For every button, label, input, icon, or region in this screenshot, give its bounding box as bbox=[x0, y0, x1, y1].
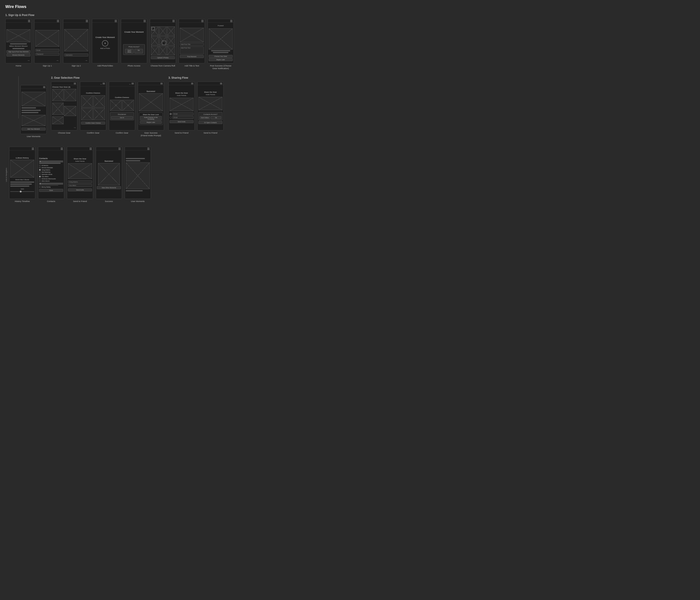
photoaccess-ok-btn[interactable]: Ok bbox=[134, 49, 143, 53]
postsuccess-body: Posted! ‹ › Choose Your Gear Maybe Later bbox=[208, 23, 233, 63]
home-browse-btn[interactable]: Browse Moments bbox=[6, 54, 30, 56]
confirmgear1-confirm-btn[interactable]: Confirm Gear Choices bbox=[81, 122, 105, 124]
hamburger-icon12[interactable] bbox=[131, 83, 134, 86]
confirmgear2-item1[interactable] bbox=[110, 100, 122, 111]
contact-radio5[interactable] bbox=[39, 174, 41, 175]
cameraroll-cell1[interactable] bbox=[151, 26, 159, 36]
postsuccess-maybe-later-btn[interactable]: Maybe Later bbox=[209, 58, 233, 61]
sendtofriend3-frame: Share the Gear Invite Friends Greg Adams… bbox=[67, 147, 93, 199]
gearsuccess-invite-btn[interactable]: Invite Friends to the Giveaway bbox=[140, 116, 162, 121]
confirmgear1-item3[interactable] bbox=[81, 108, 93, 120]
signup1-email-input[interactable]: Email bbox=[35, 49, 59, 52]
cameraroll-cell6[interactable] bbox=[167, 36, 175, 46]
signup2-username-input[interactable]: Username bbox=[64, 54, 88, 56]
contact-al-aarons[interactable]: Al Aarons bbox=[39, 165, 63, 167]
confirmgear2-item2[interactable] bbox=[122, 100, 134, 111]
postsuccess-choose-gear-btn[interactable]: Choose Your Gear bbox=[209, 55, 233, 58]
titletext-text-input[interactable]: Add Post Text bbox=[180, 46, 204, 54]
hamburger-icon15[interactable] bbox=[220, 83, 222, 85]
history-slider[interactable] bbox=[10, 191, 34, 193]
confirmgear1-item2[interactable] bbox=[93, 95, 105, 107]
cameraroll-cell5[interactable] bbox=[159, 36, 167, 46]
sendtofriend2-dont-allow-btn[interactable]: Don't Allow bbox=[200, 116, 210, 119]
hamburger-icon[interactable] bbox=[28, 20, 30, 22]
gearsuccess-maybe-btn[interactable]: Maybe Later bbox=[140, 121, 162, 124]
sendtofriend3-input1[interactable]: Greg Adams bbox=[68, 180, 92, 183]
hamburger-icon10[interactable] bbox=[74, 83, 76, 85]
contact-nat[interactable]: Nat Adderley bbox=[39, 171, 63, 173]
select-box5 bbox=[162, 41, 166, 45]
contact-radio7[interactable] bbox=[39, 178, 41, 179]
cameraroll-cell7[interactable] bbox=[151, 46, 159, 55]
choosegear-item3[interactable] bbox=[52, 103, 64, 115]
cameraroll-cell4[interactable] bbox=[151, 36, 159, 46]
contact-greg[interactable]: Greg Adams bbox=[39, 169, 63, 171]
hamburger-icon18[interactable] bbox=[90, 148, 92, 150]
hamburger-icon14[interactable] bbox=[191, 83, 193, 85]
home-signup-btn[interactable]: Sign Up & Post Your Moment bbox=[6, 50, 30, 53]
cameraroll-upload-btn[interactable]: Upload 3 Photos bbox=[151, 56, 175, 59]
titletext-title-input[interactable]: Add Post Title bbox=[180, 43, 204, 46]
sendtofriend1-email-input1[interactable]: Email bbox=[172, 112, 194, 115]
contacts-done-btn[interactable]: Done bbox=[39, 189, 63, 192]
hamburger-icon16[interactable] bbox=[32, 148, 34, 150]
cameraroll-cell3[interactable] bbox=[167, 26, 175, 36]
hamburger-icon13[interactable] bbox=[160, 83, 162, 85]
addphoto-topbar bbox=[92, 19, 118, 23]
signup1-password-input[interactable]: Password bbox=[35, 53, 59, 55]
confirmgear1-item4[interactable] bbox=[93, 108, 105, 120]
contact-radio1[interactable] bbox=[39, 165, 41, 166]
contact-radio4[interactable] bbox=[39, 171, 41, 173]
choosegear-item2[interactable] bbox=[64, 89, 76, 101]
success-view-btn[interactable]: View Other Moments bbox=[97, 186, 121, 189]
contact-radio2[interactable] bbox=[39, 167, 41, 169]
contact-ambrose[interactable]: Ambrose Akinmusire bbox=[39, 178, 63, 180]
titletext-post-btn[interactable]: Post Moment bbox=[180, 55, 204, 58]
hamburger-icon20[interactable] bbox=[147, 148, 150, 150]
hamburger-icon11[interactable] bbox=[103, 83, 105, 86]
contact-radio3[interactable] bbox=[39, 169, 41, 171]
hamburger-icon5[interactable] bbox=[144, 20, 146, 22]
sendtofriend3-send-btn[interactable]: Send Invite bbox=[68, 189, 92, 191]
photoaccess-dont-allow-btn[interactable]: Don't Allow bbox=[125, 49, 133, 53]
hamburger-icon9[interactable] bbox=[43, 86, 45, 88]
cameraroll-cell9[interactable] bbox=[167, 46, 175, 55]
hamburger-icon17[interactable] bbox=[61, 148, 63, 150]
contact-gus[interactable]: Gus Aiken bbox=[39, 176, 63, 178]
usermoments-add-btn[interactable]: Add Your Moment bbox=[22, 128, 46, 130]
confirmgear2-gotit-btn[interactable]: Got it! bbox=[111, 116, 133, 119]
hamburger-icon7[interactable] bbox=[201, 20, 204, 22]
contact-ahmed[interactable]: Ahmed Abdullah bbox=[39, 167, 63, 169]
confirmgear2-title: Confirm Choices bbox=[110, 96, 134, 98]
sendtofriend1-email-input2[interactable]: Email bbox=[172, 116, 194, 119]
contact-alvin[interactable]: Alvin Alcorn bbox=[39, 180, 63, 182]
confirmgear1-back-arrow[interactable]: ← bbox=[100, 83, 103, 86]
contacts-frame: Contacts A Al Aarons Ahmed Abdullah Greg… bbox=[38, 147, 64, 199]
contact-radio6[interactable] bbox=[39, 176, 41, 177]
hamburger-icon8[interactable] bbox=[230, 20, 232, 22]
cameraroll-cell8[interactable] bbox=[159, 46, 167, 55]
addphoto-plus-btn[interactable]: + bbox=[102, 40, 108, 46]
contact-radio9[interactable] bbox=[39, 186, 41, 188]
hamburger-icon3[interactable] bbox=[86, 20, 88, 22]
confirmgear1-item1[interactable] bbox=[81, 95, 93, 107]
hamburger-icon4[interactable] bbox=[115, 20, 117, 22]
usermoments-hero bbox=[22, 92, 46, 106]
choosegear-item5[interactable] bbox=[52, 117, 64, 124]
sendtofriend2-open-contacts-btn[interactable]: Or Open Contacts bbox=[198, 121, 222, 124]
sendtofriend3-input2[interactable]: Gus Aiken bbox=[68, 184, 92, 187]
hamburger-icon19[interactable] bbox=[119, 148, 121, 150]
choosegear-item4[interactable] bbox=[64, 106, 76, 116]
hamburger-icon2[interactable] bbox=[57, 20, 59, 22]
hamburger-icon6[interactable] bbox=[172, 20, 175, 22]
history-slider-thumb[interactable] bbox=[20, 191, 22, 193]
contact-sylvester[interactable]: Sylvester Ahola bbox=[39, 173, 63, 175]
confirmgear2-back-arrow[interactable]: ← bbox=[129, 83, 131, 86]
contact-benny[interactable]: Benny Bailey bbox=[39, 186, 63, 188]
usermoments-body: Add Your Moment bbox=[21, 89, 46, 134]
choosegear-item1[interactable] bbox=[52, 89, 64, 101]
sendtofriend1-send-btn[interactable]: Send Invite bbox=[170, 120, 194, 123]
sendtofriend2-ok-btn[interactable]: Ok bbox=[211, 116, 221, 119]
cameraroll-cell2[interactable] bbox=[159, 26, 167, 36]
contact-radio8[interactable] bbox=[39, 180, 41, 182]
